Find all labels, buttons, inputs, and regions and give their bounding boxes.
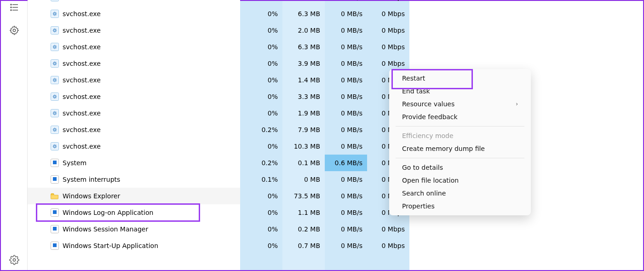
cpu-cell: 0%	[240, 0, 282, 6]
process-name-cell[interactable]: svchost.exe	[28, 105, 240, 121]
svg-line-104	[53, 145, 54, 145]
table-row[interactable]: Windows Start-Up Application0%0.7 MB0 MB…	[28, 237, 643, 254]
svg-line-85	[56, 114, 56, 115]
process-name-cell[interactable]: svchost.exe	[28, 121, 240, 138]
system-icon	[51, 159, 59, 167]
process-name-cell[interactable]: Windows Start-Up Application	[28, 237, 240, 254]
svg-line-105	[56, 147, 56, 148]
process-name-cell[interactable]: System interrupts	[28, 171, 240, 188]
memory-cell: 3.9 MB	[282, 55, 325, 72]
svg-point-3	[11, 4, 12, 5]
memory-cell: 0.7 MB	[282, 237, 325, 254]
svg-line-35	[56, 31, 56, 32]
table-row[interactable]: svchost.exe0%6.3 MB0 MB/s0 Mbps	[28, 6, 643, 22]
disk-cell: 0 MB/s	[325, 105, 367, 121]
menu-item-create-dump[interactable]: Create memory dump file	[389, 142, 531, 155]
table-row[interactable]: Windows Explorer0%73.5 MB0 MB/s0 Mbps	[28, 188, 643, 204]
svg-rect-116	[53, 227, 57, 231]
system-icon	[51, 225, 59, 233]
process-name-cell[interactable]: Windows Explorer	[28, 188, 240, 204]
svg-rect-28	[51, 27, 59, 35]
menu-item-label: Open file location	[402, 177, 459, 184]
settings-icon[interactable]	[9, 254, 20, 265]
menu-item-properties[interactable]: Properties	[389, 200, 531, 213]
svg-line-77	[56, 95, 56, 96]
table-row[interactable]: svchost.exe0%2.0 MB0 MB/s0 Mbps	[28, 22, 643, 39]
menu-item-go-to-details[interactable]: Go to details	[389, 161, 531, 174]
table-row[interactable]: svchost.exe0%1.4 MB0 MB/s0 Mbps	[28, 72, 643, 88]
process-name-cell[interactable]: svchost.exe	[28, 72, 240, 88]
svg-rect-88	[51, 126, 59, 134]
window-frame: svchost.exe0%1.4 MB0 MB/s0 Mbps svchost.…	[0, 0, 644, 271]
process-name-cell[interactable]: Windows Log-on Application	[28, 204, 240, 221]
svg-rect-8	[51, 0, 59, 1]
process-name-cell[interactable]: svchost.exe	[28, 55, 240, 72]
memory-cell: 0.1 MB	[282, 155, 325, 171]
service-gear-icon	[51, 10, 59, 18]
process-name-cell[interactable]: svchost.exe	[28, 88, 240, 105]
table-row[interactable]: svchost.exe0%3.9 MB0 MB/s0 Mbps	[28, 55, 643, 72]
table-row[interactable]: svchost.exe0%10.3 MB0 MB/s0 Mbps	[28, 138, 643, 155]
memory-cell: 0 MB	[282, 171, 325, 188]
table-row[interactable]: Windows Log-on Application0%1.1 MB0 MB/s…	[28, 204, 643, 221]
memory-cell: 1.4 MB	[282, 0, 325, 6]
process-name-label: svchost.exe	[63, 60, 101, 67]
disk-cell: 0 MB/s	[325, 0, 367, 6]
service-gear-icon	[51, 76, 59, 84]
process-name-cell[interactable]: System	[28, 155, 240, 171]
nav-list-icon[interactable]	[9, 2, 20, 13]
table-row[interactable]: svchost.exe0.2%7.9 MB0 MB/s0 Mbps	[28, 121, 643, 138]
process-name-cell[interactable]: Windows Session Manager	[28, 221, 240, 237]
process-name-cell[interactable]: svchost.exe	[28, 138, 240, 155]
svg-line-97	[56, 128, 56, 129]
network-cell: 0 Mbps	[367, 237, 409, 254]
service-gear-icon	[51, 109, 59, 117]
network-cell: 0 Mbps	[367, 6, 409, 22]
table-row[interactable]: System0.2%0.1 MB0.6 MB/s0 Mbps	[28, 155, 643, 171]
table-row[interactable]: svchost.exe0%3.3 MB0 MB/s0 Mbps	[28, 88, 643, 105]
disk-cell: 0 MB/s	[325, 171, 367, 188]
menu-item-resource-values[interactable]: Resource values›	[389, 98, 531, 110]
cpu-cell: 0.2%	[240, 121, 282, 138]
table-row[interactable]: svchost.exe0%6.3 MB0 MB/s0 Mbps	[28, 39, 643, 55]
menu-item-end-task[interactable]: End task	[389, 85, 531, 98]
chevron-right-icon: ›	[516, 101, 518, 107]
table-row[interactable]: svchost.exe0%1.4 MB0 MB/s0 Mbps	[28, 0, 643, 6]
service-gear-icon	[51, 126, 59, 134]
network-cell: 0 Mbps	[367, 221, 409, 237]
menu-item-open-file-location[interactable]: Open file location	[389, 174, 531, 187]
menu-item-label: End task	[402, 87, 430, 95]
memory-cell: 10.3 MB	[282, 138, 325, 155]
menu-item-label: Resource values	[402, 100, 454, 108]
svg-line-76	[53, 98, 54, 98]
memory-cell: 0.2 MB	[282, 221, 325, 237]
process-name-cell[interactable]: svchost.exe	[28, 22, 240, 39]
menu-item-restart[interactable]: Restart	[389, 72, 531, 85]
cpu-cell: 0%	[240, 221, 282, 237]
table-row[interactable]: svchost.exe0%1.9 MB0 MB/s0 Mbps	[28, 105, 643, 121]
svg-line-66	[53, 81, 54, 81]
cpu-cell: 0%	[240, 39, 282, 55]
svg-line-25	[56, 15, 56, 15]
table-row[interactable]: Windows Session Manager0%0.2 MB0 MB/s0 M…	[28, 221, 643, 237]
svg-line-47	[56, 46, 56, 46]
svg-line-95	[56, 131, 56, 131]
svg-line-86	[53, 114, 54, 115]
system-icon	[51, 175, 59, 184]
process-name-label: svchost.exe	[63, 93, 101, 100]
menu-item-search-online[interactable]: Search online	[389, 187, 531, 200]
memory-cell: 73.5 MB	[282, 188, 325, 204]
process-name-cell[interactable]: svchost.exe	[28, 39, 240, 55]
disk-cell: 0 MB/s	[325, 55, 367, 72]
menu-item-provide-feedback[interactable]: Provide feedback	[389, 110, 531, 123]
table-row[interactable]: System interrupts0.1%0 MB0 MB/s0 Mbps	[28, 171, 643, 188]
disk-cell: 0 MB/s	[325, 39, 367, 55]
svg-rect-98	[51, 143, 59, 150]
cpu-cell: 0%	[240, 237, 282, 254]
memory-cell: 1.9 MB	[282, 105, 325, 121]
process-name-cell[interactable]: svchost.exe	[28, 6, 240, 22]
cpu-cell: 0%	[240, 88, 282, 105]
nav-gear-icon[interactable]	[9, 25, 20, 36]
process-name-label: System interrupts	[63, 176, 120, 183]
process-name-cell[interactable]: svchost.exe	[28, 0, 240, 6]
